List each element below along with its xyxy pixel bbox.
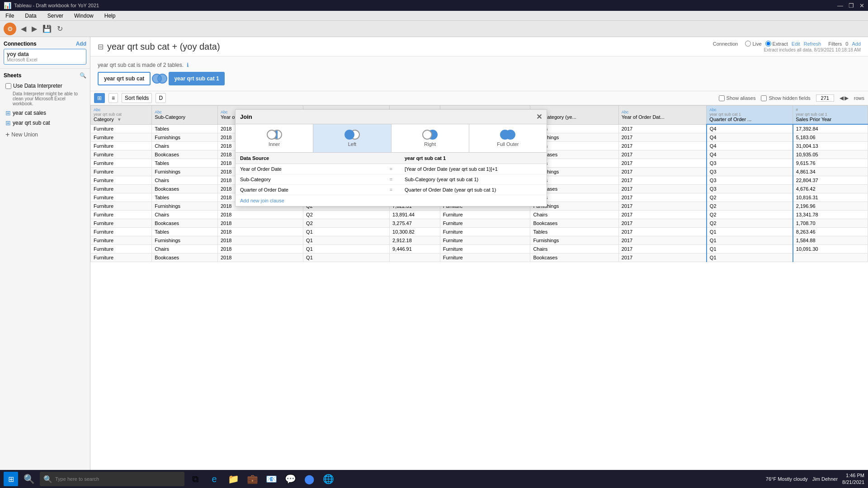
save-button[interactable]: 💾: [42, 23, 52, 34]
cell-7-0: Furniture: [91, 185, 152, 193]
sheet-item-year-cat-sales[interactable]: ⊞ year cat sales: [4, 108, 86, 118]
taskbar-app1[interactable]: 💼: [244, 471, 260, 487]
show-hidden-checkbox[interactable]: [761, 95, 767, 101]
rows-input[interactable]: 271: [816, 94, 834, 102]
cell-14-0: Furniture: [91, 245, 152, 253]
extract-radio[interactable]: [765, 41, 771, 47]
data-tab-button[interactable]: D: [156, 93, 166, 103]
join-icon-container[interactable]: [151, 74, 169, 84]
sort-fields-button[interactable]: Sort fields: [122, 93, 152, 103]
extract-note: Extract includes all data. 8/19/2021 10:…: [713, 47, 861, 52]
sheet-item-year-qrt-sub-cat[interactable]: ⊞ year qrt sub cat: [4, 118, 86, 128]
join-type-left[interactable]: Left: [313, 124, 391, 152]
search-icon[interactable]: 🔍: [80, 72, 86, 79]
user-info: Jim Dehner: [812, 476, 838, 482]
join-tables: year qrt sub cat year qrt sub cat 1: [98, 72, 861, 85]
clause-left-0: Year of Order Date: [236, 164, 382, 174]
live-radio-label[interactable]: Live: [745, 41, 761, 47]
menu-help[interactable]: Help: [103, 12, 118, 20]
refresh-link[interactable]: Refresh: [804, 41, 821, 47]
refresh-button[interactable]: ↻: [56, 23, 64, 34]
menu-data[interactable]: Data: [23, 12, 38, 20]
cell-12-5: Furniture: [440, 228, 530, 236]
close-button[interactable]: ✕: [859, 2, 864, 9]
join-clause-2[interactable]: Quarter of Order Date = Quarter of Order…: [236, 185, 547, 195]
col-header-7[interactable]: Abc Year of Order Dat...: [618, 106, 707, 125]
menu-file[interactable]: File: [4, 12, 16, 20]
maximize-button[interactable]: ❐: [849, 2, 854, 9]
show-aliases-checkbox[interactable]: [719, 95, 725, 101]
cell-10-8: Q2: [707, 211, 793, 219]
show-aliases-label[interactable]: Show aliases: [719, 95, 756, 101]
forward-button[interactable]: ▶: [31, 23, 38, 34]
connection-label: Connection: [713, 41, 738, 47]
join-table-name: year qrt sub cat is made of 2 tables.: [98, 62, 184, 68]
join-clause-0[interactable]: Year of Order Date = [Year of Order Date…: [236, 164, 547, 174]
grid-view-button[interactable]: ⊞: [94, 93, 105, 103]
menu-window[interactable]: Window: [72, 12, 95, 20]
cell-14-5: Furniture: [440, 245, 530, 253]
connection-item[interactable]: yoy data Microsoft Excel: [4, 49, 86, 65]
search-bar[interactable]: 🔍 Type here to search: [40, 472, 184, 486]
add-filter-link[interactable]: Add: [852, 41, 861, 47]
join-clause-1[interactable]: Sub-Category = Sub-Category (year qrt su…: [236, 174, 547, 185]
taskbar-app2[interactable]: 📧: [263, 471, 279, 487]
table-row: FurnitureTables2018Q110,300.82FurnitureT…: [91, 228, 868, 236]
back-button[interactable]: ◀: [20, 23, 27, 34]
join-type-inner[interactable]: Inner: [236, 124, 313, 152]
minimize-button[interactable]: —: [837, 2, 843, 9]
app4-icon: 🌐: [323, 474, 334, 484]
right-table-pill[interactable]: year qrt sub cat 1: [169, 72, 224, 85]
cell-10-5: Furniture: [440, 211, 530, 219]
sheet-name-0: year cat sales: [13, 110, 46, 116]
join-description: year qrt sub cat is made of 2 tables. ℹ: [98, 62, 861, 68]
col-name-8: Quarter of Order ...: [709, 117, 790, 122]
cell-5-1: Furnishings: [152, 168, 218, 176]
join-dialog-overlay: Join ✕ Inner: [235, 109, 547, 206]
col-header-8[interactable]: Abc year qrt sub cat 1 Quarter of Order …: [707, 106, 793, 125]
live-radio[interactable]: [745, 41, 751, 47]
cell-11-4: 3,275.47: [390, 219, 440, 228]
taskbar-edge[interactable]: e: [206, 471, 222, 487]
time-display: 1:46 PM: [842, 472, 864, 479]
taskbar-folder[interactable]: 📁: [225, 471, 241, 487]
rows-arrow-right[interactable]: ▶: [844, 95, 849, 101]
col-header-9[interactable]: # year qrt sub cat 1 Sales Prior Year: [793, 106, 868, 125]
taskbar-search[interactable]: 🔍: [21, 471, 37, 487]
taskbar-browser[interactable]: ⬤: [301, 471, 317, 487]
clause-op-1: =: [382, 177, 400, 182]
page-title-area: ⊟ year qrt sub cat + (yoy data): [98, 42, 220, 52]
join-dialog-title: Join: [240, 113, 252, 120]
left-table-pill[interactable]: year qrt sub cat: [98, 72, 151, 85]
cell-11-9: 1,708.70: [793, 219, 868, 228]
sheets-title-row: Sheets 🔍: [4, 72, 86, 79]
tableau-home-button[interactable]: ⚙: [4, 23, 16, 35]
start-button[interactable]: ⊞: [4, 472, 18, 486]
list-view-button[interactable]: ≡: [108, 93, 118, 103]
taskbar-app3[interactable]: 💬: [282, 471, 298, 487]
cell-12-0: Furniture: [91, 228, 152, 236]
edit-link[interactable]: Edit: [792, 41, 800, 47]
col-header-1[interactable]: Abc Sub-Category: [152, 106, 218, 125]
join-dialog-header: Join ✕: [236, 110, 547, 124]
extract-radio-label[interactable]: Extract: [765, 41, 788, 47]
taskbar-task-view[interactable]: ⧉: [187, 471, 203, 487]
show-hidden-label[interactable]: Show hidden fields: [761, 95, 810, 101]
taskbar-app4[interactable]: 🌐: [320, 471, 336, 487]
join-dialog-close-button[interactable]: ✕: [536, 113, 542, 121]
cell-13-9: 1,584.88: [793, 236, 868, 245]
show-hidden-text: Show hidden fields: [769, 95, 810, 101]
col-header-0[interactable]: Abc year qrt sub cat Category ▼: [91, 106, 152, 125]
cell-11-5: Furniture: [440, 219, 530, 228]
cell-12-7: 2017: [618, 228, 707, 236]
join-type-right[interactable]: Right: [392, 124, 469, 152]
use-interpreter-checkbox[interactable]: [5, 83, 11, 89]
new-union-button[interactable]: + New Union: [4, 128, 86, 141]
rows-arrow-left[interactable]: ◀: [840, 95, 844, 101]
menu-server[interactable]: Server: [46, 12, 65, 20]
add-connection-button[interactable]: Add: [76, 41, 86, 47]
live-label: Live: [752, 41, 761, 47]
cell-10-9: 13,341.78: [793, 211, 868, 219]
join-type-full-outer[interactable]: Full Outer: [469, 124, 547, 152]
add-join-clause-button[interactable]: Add new join clause: [236, 195, 547, 206]
